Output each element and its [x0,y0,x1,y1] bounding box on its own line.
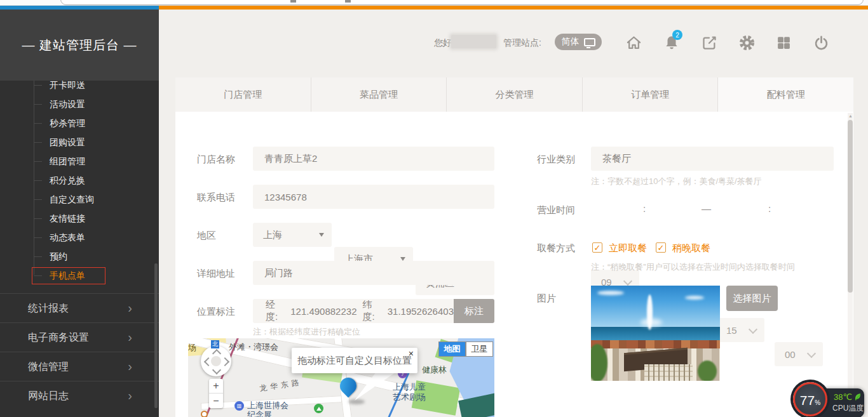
browser-icon [345,0,351,3]
tab-dish-management[interactable]: 菜品管理 [311,77,447,112]
pan-down-icon[interactable] [212,366,221,374]
monitor-icon [584,38,595,46]
map-label-bund: 外滩・湾璟会 [229,341,278,353]
close-hour-select[interactable]: 15 [716,318,764,342]
phone-label: 联系电话 [197,192,235,204]
map-label-theater2: 艺术剧场 [393,392,426,403]
sidebar-section-wechat[interactable]: 微信管理› [0,352,159,381]
apps-grid-icon[interactable] [774,33,793,52]
sidebar-item-booking[interactable]: 预约 [0,247,159,266]
lat-label: 纬度: [363,299,382,323]
sidebar-item-activity[interactable]: 活动设置 [0,95,159,114]
lng-value: 121.490882232 [290,306,356,317]
select-arrow-icon [319,233,324,237]
chevron-right-icon: › [128,352,132,381]
tabbar: 门店管理 菜品管理 分类管理 订单管理 配料管理 [175,77,853,112]
close-icon[interactable]: × [409,349,414,358]
sidebar-section-logs[interactable]: 网站日志› [0,381,159,410]
power-icon[interactable] [811,33,831,52]
map-label-corner: 场 [188,342,196,354]
scrollbar-up-arrow[interactable]: ▲ [848,114,853,118]
gear-icon[interactable] [737,33,756,52]
time-colon: : [768,203,771,214]
notification-badge: 2 [672,30,682,40]
chevron-right-icon: › [128,381,132,410]
zoom-out-button[interactable]: − [213,394,219,408]
image-label: 图片 [537,293,556,305]
location-note: 注：根据经纬度进行精确定位 [253,326,360,338]
sidebar-item-custom-query[interactable]: 自定义查询 [0,190,159,209]
map-north-badge: 北 [211,340,219,348]
pickup-label: 取餐方式 [537,242,575,255]
sidebar-item-mobile-order[interactable]: 手机点单 [0,266,159,285]
map-label-road: 龙华东路 [259,377,303,394]
sidebar-item-seckill[interactable]: 秒杀管理 [0,114,159,133]
pickup-later-checkbox[interactable]: ✓ [656,242,666,253]
province-select[interactable]: 上海 [253,223,332,247]
sidebar-item-groupbuy[interactable]: 团购设置 [0,133,159,152]
pickup-now-checkbox[interactable]: ✓ [592,242,602,253]
map-view-button[interactable]: 地图 [438,341,466,357]
sidebar-section-reports[interactable]: 统计报表› [0,293,159,322]
username-redacted [451,35,496,48]
tab-ingredient-management[interactable]: 配料管理 [717,77,853,112]
app-logo: — 建站管理后台 — [0,10,159,81]
tab-order-management[interactable]: 订单管理 [582,77,718,112]
chevron-right-icon: › [128,323,132,352]
store-name-input[interactable]: 青青原上草2 [253,147,494,171]
sidebar-item-links[interactable]: 友情链接 [0,209,159,228]
sidebar-item-dynamic-form[interactable]: 动态表单 [0,228,159,247]
sidebar-item-group[interactable]: 组团管理 [0,152,159,171]
zoom-in-button[interactable]: + [209,379,223,394]
language-pill[interactable]: 简体 [555,34,602,50]
lng-label: 经度: [266,299,285,323]
cpu-percent-gauge: 77 % [793,382,827,416]
leaf-icon [854,393,862,402]
sidebar-sections: 统计报表› 电子商务设置› 微信管理› 网站日志› [0,293,159,410]
industry-input[interactable]: 茶餐厅 [591,147,834,171]
map-label-forest: 健康林 [422,364,447,376]
phone-input[interactable]: 12345678 [253,185,494,209]
sidebar-item-points[interactable]: 积分兑换 [0,171,159,190]
accent-bar-orange [159,6,868,10]
address-input[interactable]: 局门路 [253,261,494,285]
map-zoom-control[interactable]: + − [209,379,223,408]
content-scrollbar-thumb[interactable] [848,120,853,293]
cpu-monitor-widget[interactable]: 38℃ CPU温度 77 % [793,382,864,417]
park-poi-icon [314,404,323,413]
close-minute-select[interactable]: 00 [775,342,823,366]
time-colon: : [643,203,646,214]
tab-category-management[interactable]: 分类管理 [446,77,582,112]
cpu-temp-label: CPU温度 [832,403,864,414]
map-label-expo2: 纪念展 [247,409,272,417]
sidebar-scrollbar[interactable] [154,263,158,408]
greeting-text: 您好 [434,37,452,49]
map-pan-control[interactable] [201,346,231,376]
tab-store-management[interactable]: 门店管理 [175,77,311,112]
satellite-view-button[interactable]: 卫星 [466,341,493,357]
map-poi-dot [201,411,208,417]
sidebar-section-ecommerce[interactable]: 电子商务设置› [0,322,159,352]
pickup-note: 注：“稍晚取餐”用户可以选择在营业时间内选择取餐时间 [591,261,795,273]
edit-icon[interactable] [700,33,719,52]
pin-shadow [348,399,365,404]
home-icon[interactable] [624,33,643,52]
pickup-later-label[interactable]: 稍晚取餐 [672,242,710,255]
pickup-now-label[interactable]: 立即取餐 [609,242,647,255]
location-label: 位置标注 [197,306,235,318]
choose-image-button[interactable]: 选择图片 [726,286,778,311]
chevron-down-icon [807,349,816,358]
map-widget[interactable]: 场 外滩・湾璟会 龙华东路 上海世博会 纪念展 健康林 上海儿童 艺术剧场 ▥ … [188,338,494,417]
cpu-temp-value: 38℃ [834,392,852,402]
lat-value: 31.1952626403 [388,306,454,317]
time-dash: — [702,203,711,214]
coordinates-field[interactable]: 经度: 121.490882232 纬度: 31.1952626403 [253,299,454,323]
sidebar-menu: 开卡即送 活动设置 秒杀管理 团购设置 组团管理 积分兑换 自定义查询 友情链接… [0,76,159,285]
manage-site-label: 管理站点: [503,37,541,49]
pan-right-icon[interactable] [220,357,229,366]
sidebar: — 建站管理后台 — 开卡即送 活动设置 秒杀管理 团购设置 组团管理 积分兑换… [0,10,159,417]
mark-button[interactable]: 标注 [454,299,494,323]
store-name-label: 门店名称 [197,154,235,166]
chevron-right-icon: › [128,294,132,322]
map-type-toggle: 地图 卫星 [438,341,493,357]
